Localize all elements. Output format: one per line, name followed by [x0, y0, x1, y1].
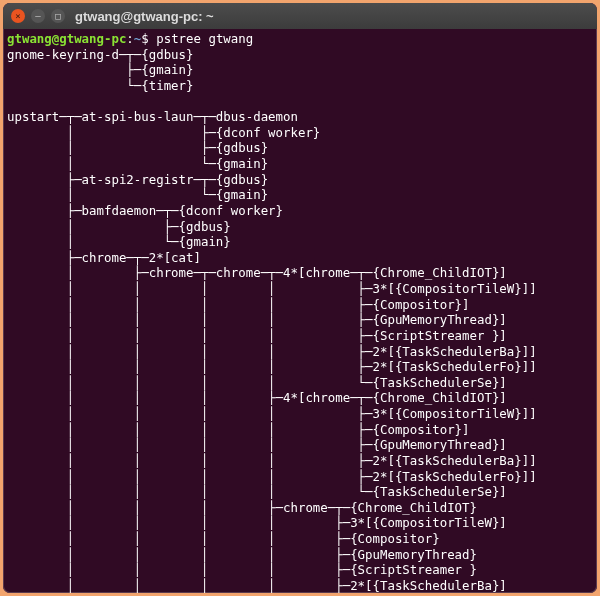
prompt-sep: : — [126, 31, 133, 46]
window-titlebar: × – □ gtwang@gtwang-pc: ~ — [3, 3, 597, 29]
pstree-output: gnome-keyring-d─┬─{gdbus} ├─{gmain} └─{t… — [7, 47, 537, 593]
window-title: gtwang@gtwang-pc: ~ — [75, 9, 214, 24]
prompt-user-host: gtwang@gtwang-pc — [7, 31, 126, 46]
prompt-end: $ — [141, 31, 156, 46]
terminal-body[interactable]: gtwang@gtwang-pc:~$ pstree gtwang gnome-… — [3, 29, 597, 593]
maximize-icon[interactable]: □ — [51, 9, 65, 23]
minimize-icon[interactable]: – — [31, 9, 45, 23]
window-buttons: × – □ — [11, 9, 65, 23]
terminal-window[interactable]: × – □ gtwang@gtwang-pc: ~ gtwang@gtwang-… — [3, 3, 597, 593]
command-text: pstree gtwang — [156, 31, 253, 46]
close-icon[interactable]: × — [11, 9, 25, 23]
